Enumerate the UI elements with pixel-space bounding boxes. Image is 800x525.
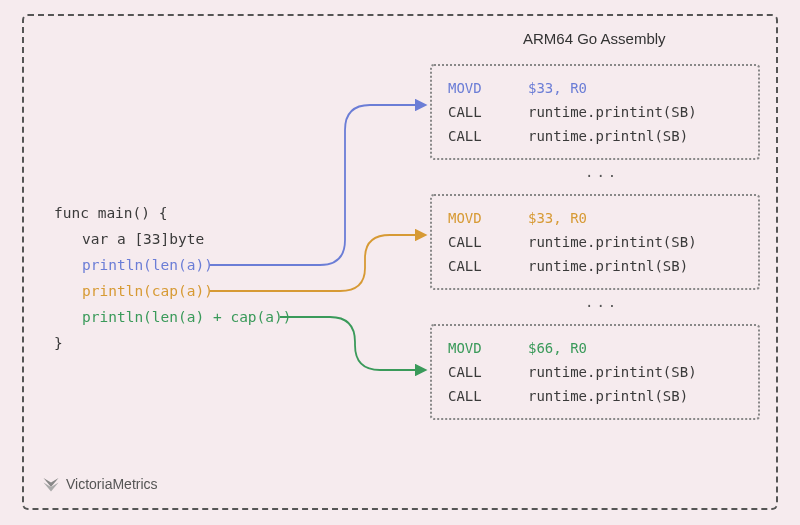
asm-op: CALL	[448, 100, 528, 124]
asm-arg: runtime.printnl(SB)	[528, 388, 688, 404]
asm-box-lencap: MOVD$66, R0 CALLruntime.printint(SB) CAL…	[430, 324, 760, 420]
code-line-lencap: println(len(a) + cap(a))	[54, 304, 292, 330]
code-line-len: println(len(a))	[54, 252, 292, 278]
asm-op: CALL	[448, 124, 528, 148]
ellipsis: ...	[585, 164, 619, 180]
asm-op: MOVD	[448, 336, 528, 360]
asm-op: CALL	[448, 360, 528, 384]
asm-box-len: MOVD$33, R0 CALLruntime.printint(SB) CAL…	[430, 64, 760, 160]
asm-arg: $33, R0	[528, 210, 587, 226]
asm-box-cap: MOVD$33, R0 CALLruntime.printint(SB) CAL…	[430, 194, 760, 290]
asm-arg: $33, R0	[528, 80, 587, 96]
asm-arg: runtime.printint(SB)	[528, 104, 697, 120]
asm-op: CALL	[448, 254, 528, 278]
asm-arg: runtime.printint(SB)	[528, 234, 697, 250]
attribution: VictoriaMetrics	[42, 475, 158, 493]
assembly-title: ARM64 Go Assembly	[523, 30, 666, 47]
asm-arg: runtime.printint(SB)	[528, 364, 697, 380]
attribution-text: VictoriaMetrics	[66, 476, 158, 492]
go-code-block: func main() { var a [33]byte println(len…	[54, 200, 292, 356]
asm-op: CALL	[448, 384, 528, 408]
asm-arg: runtime.printnl(SB)	[528, 258, 688, 274]
asm-op: CALL	[448, 230, 528, 254]
code-line-cap: println(cap(a))	[54, 278, 292, 304]
code-line: func main() {	[54, 200, 292, 226]
asm-arg: runtime.printnl(SB)	[528, 128, 688, 144]
asm-arg: $66, R0	[528, 340, 587, 356]
asm-op: MOVD	[448, 76, 528, 100]
code-line: }	[54, 330, 292, 356]
ellipsis: ...	[585, 294, 619, 310]
asm-op: MOVD	[448, 206, 528, 230]
logo-icon	[42, 475, 60, 493]
code-line: var a [33]byte	[54, 226, 292, 252]
